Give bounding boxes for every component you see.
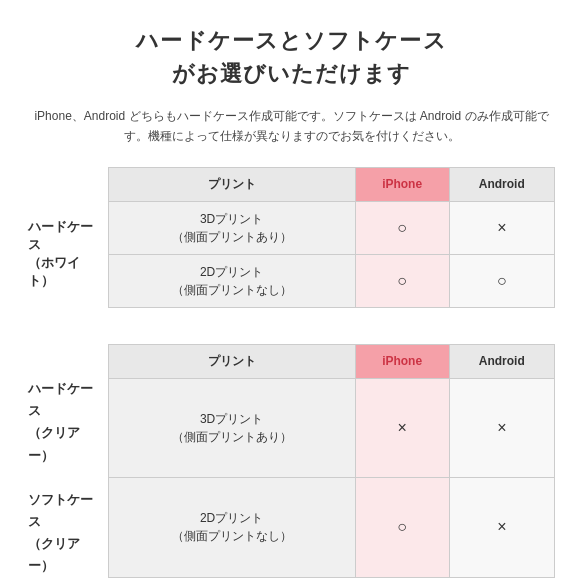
col-header-iphone-2: iPhone [355,344,449,378]
col-header-android-1: Android [449,167,554,201]
cell-android-3d-1: × [449,201,554,254]
cell-print-3d-1: 3Dプリント （側面プリントあり） [108,201,355,254]
spacer [28,328,555,344]
cell-iphone-3d-1: ○ [355,201,449,254]
table-section-2: プリント iPhone Android ハードケース （クリアー） ソフトケース… [28,344,555,578]
cell-print-2d-1: 2Dプリント （側面プリントなし） [108,254,355,307]
table-row: ハードケース （ホワイト） 3Dプリント （側面プリントあり） ○ × [28,201,555,254]
cell-iphone-3d-2: × [355,378,449,477]
cell-print-2d-2: 2Dプリント （側面プリントなし） [108,478,355,577]
col-header-print-2: プリント [108,344,355,378]
row-header-hard-white: ハードケース （ホワイト） [28,201,108,307]
cell-print-3d-2: 3Dプリント （側面プリントあり） [108,378,355,477]
table-hard-white: プリント iPhone Android ハードケース （ホワイト） 3Dプリント… [28,167,555,308]
cell-iphone-2d-2: ○ [355,478,449,577]
table-section-1: プリント iPhone Android ハードケース （ホワイト） 3Dプリント… [28,167,555,308]
col-header-android-2: Android [449,344,554,378]
col-header-print-1: プリント [108,167,355,201]
col-header-iphone-1: iPhone [355,167,449,201]
cell-android-2d-1: ○ [449,254,554,307]
page-title: ハードケースとソフトケース がお選びいただけます [28,24,555,90]
cell-android-3d-2: × [449,378,554,477]
table-row: ハードケース （クリアー） ソフトケース （クリアー） 3Dプリント （側面プリ… [28,378,555,477]
cell-iphone-2d-1: ○ [355,254,449,307]
row-header-hard-soft-clear: ハードケース （クリアー） ソフトケース （クリアー） [28,378,108,577]
empty-cell-1 [28,167,108,201]
page-container: ハードケースとソフトケース がお選びいただけます iPhone、Android … [28,24,555,583]
table-hard-clear-soft: プリント iPhone Android ハードケース （クリアー） ソフトケース… [28,344,555,578]
description-text: iPhone、Android どちらもハードケース作成可能です。ソフトケースは … [28,106,555,147]
empty-cell-2 [28,344,108,378]
cell-android-2d-2: × [449,478,554,577]
